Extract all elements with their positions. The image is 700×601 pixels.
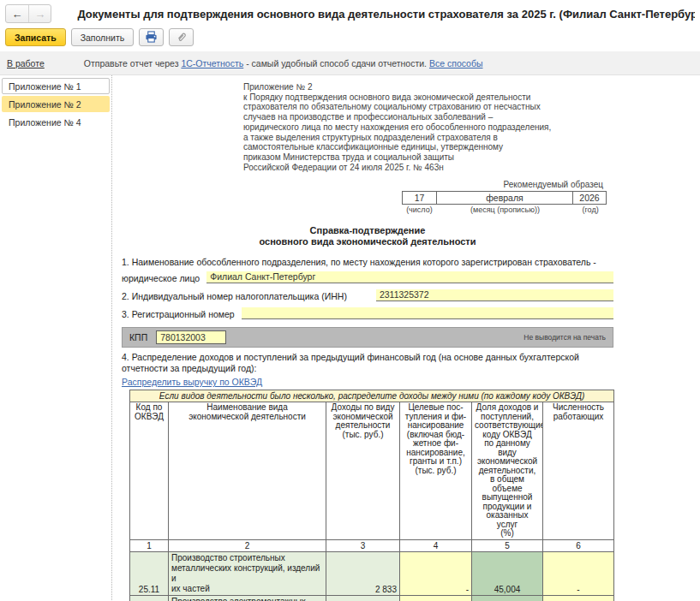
kpp-print-note: Не выводится на печать bbox=[524, 333, 606, 342]
row-target[interactable]: - bbox=[400, 551, 472, 595]
col-header-headcount: Численность работающих bbox=[543, 402, 614, 540]
table-row: x43.21 Производство электромонтажных раб… bbox=[130, 595, 614, 601]
col-number-3: 3 bbox=[326, 539, 400, 551]
section4-label: 4. Распределение доходов и поступлений з… bbox=[122, 352, 613, 374]
column-numbers-row: 1 2 3 4 5 6 bbox=[130, 539, 614, 551]
nav-button-group: ← → bbox=[5, 4, 51, 23]
col-number-6: 6 bbox=[543, 539, 614, 551]
page-title: Документы для подтверждения основного ви… bbox=[77, 8, 695, 21]
table-note: Если видов деятельности было несколько, … bbox=[130, 390, 614, 402]
col-header-target: Целевые пос- тупления и фи- нансирование… bbox=[400, 402, 472, 540]
printer-icon bbox=[145, 31, 158, 45]
table-header-row: Код по ОКВЭД Наименование вида экономиче… bbox=[130, 402, 614, 540]
col-header-activity: Наименование вида экономической деятельн… bbox=[169, 402, 326, 540]
date-month-field[interactable]: февраля bbox=[436, 191, 573, 205]
inn-field[interactable]: 2311325372 bbox=[376, 289, 613, 301]
date-month-label: (месяц (прописью)) bbox=[437, 205, 573, 214]
row-activity-name[interactable]: Производство электромонтажных работ bbox=[169, 595, 326, 601]
sidebar-item-annex-4[interactable]: Приложение № 4 bbox=[2, 114, 110, 130]
registration-number-field[interactable] bbox=[242, 307, 613, 319]
form-title-line2: основного вида экономической деятельност… bbox=[122, 236, 613, 247]
sidebar-item-annex-2[interactable]: Приложение № 2 bbox=[2, 96, 110, 112]
date-block: 17 февраля 2026 (число) (месяц (прописью… bbox=[402, 191, 607, 214]
back-icon[interactable]: ← bbox=[6, 5, 28, 22]
date-year-label: (год) bbox=[573, 205, 607, 214]
form-title: Справка-подтверждение основного вида эко… bbox=[122, 225, 613, 247]
kpp-bar: КПП 780132003 Не выводится на печать bbox=[122, 327, 613, 348]
date-day-label: (число) bbox=[402, 205, 437, 214]
1c-otchetnost-link[interactable]: 1С-Отчетность bbox=[181, 58, 243, 68]
row-share: 3,082 bbox=[472, 595, 543, 601]
subdivision-name-field[interactable]: Филиал Санкт-Петербург bbox=[206, 271, 613, 283]
row-income[interactable]: 194 bbox=[326, 595, 400, 601]
distribute-revenue-link[interactable]: Распределить выручку по ОКВЭД bbox=[122, 377, 262, 387]
col-number-5: 5 bbox=[472, 539, 543, 551]
row-income[interactable]: 2 833 bbox=[326, 551, 400, 595]
field1-label2: юридическое лицо bbox=[122, 273, 200, 283]
row-target[interactable]: - bbox=[400, 595, 472, 601]
sidebar: Приложение № 1 Приложение № 2 Приложение… bbox=[0, 75, 112, 600]
col-header-income: Доходы по виду экономической деятельност… bbox=[326, 402, 400, 540]
field2-label: 2. Индивидуальный номер налогоплательщик… bbox=[122, 291, 347, 301]
row-headcount[interactable]: - bbox=[543, 551, 614, 595]
print-button[interactable] bbox=[139, 28, 164, 46]
field1-label: 1. Наименование обособленного подразделе… bbox=[122, 257, 613, 267]
form-content: Приложение № 2 к Порядку подтверждения о… bbox=[122, 75, 613, 600]
okved-table-wrap: Если видов деятельности было несколько, … bbox=[129, 390, 613, 601]
paperclip-icon bbox=[176, 31, 188, 45]
save-button[interactable]: Записать bbox=[5, 28, 66, 46]
status-message-middle: - самый удобный способ сдачи отчетности. bbox=[243, 58, 429, 68]
col-header-share: Доля доходов и поступлений, соответствую… bbox=[472, 402, 543, 540]
col-number-1: 1 bbox=[130, 539, 169, 551]
recommended-sample-note: Рекомендуемый образец bbox=[122, 180, 613, 189]
status-state-link[interactable]: В работе bbox=[7, 58, 45, 68]
row-share: 45,004 bbox=[472, 551, 543, 595]
sidebar-item-annex-1[interactable]: Приложение № 1 bbox=[2, 78, 110, 94]
attach-button[interactable] bbox=[169, 28, 194, 46]
date-day-field[interactable]: 17 bbox=[402, 191, 437, 205]
annex-header-text: Приложение № 2 к Порядку подтверждения о… bbox=[243, 82, 607, 172]
row-headcount[interactable]: - bbox=[543, 595, 614, 601]
kpp-field[interactable]: 780132003 bbox=[156, 330, 226, 344]
all-methods-link[interactable]: Все способы bbox=[429, 58, 483, 68]
okved-table: Если видов деятельности было несколько, … bbox=[129, 390, 614, 601]
toolbar: Записать Заполнить bbox=[0, 26, 700, 49]
form-title-line1: Справка-подтверждение bbox=[122, 225, 613, 236]
main-area: Приложение № 1 Приложение № 2 Приложение… bbox=[0, 74, 700, 600]
field3-label: 3. Регистрационный номер bbox=[122, 309, 235, 319]
col-number-2: 2 bbox=[169, 539, 326, 551]
col-number-4: 4 bbox=[400, 539, 472, 551]
forward-icon[interactable]: → bbox=[28, 5, 51, 22]
row-activity-name[interactable]: Производство строительных металлических … bbox=[169, 551, 326, 595]
kpp-label: КПП bbox=[129, 332, 147, 342]
status-message: Отправьте отчет через 1С-Отчетность - са… bbox=[84, 58, 483, 68]
row-code[interactable]: 25.11 bbox=[139, 585, 159, 594]
fill-button[interactable]: Заполнить bbox=[71, 28, 135, 46]
status-message-prefix: Отправьте отчет через bbox=[84, 58, 182, 68]
title-bar: ← → Документы для подтверждения основног… bbox=[0, 0, 700, 26]
date-year-field[interactable]: 2026 bbox=[572, 191, 607, 205]
col-header-code: Код по ОКВЭД bbox=[130, 402, 169, 540]
table-row: x25.11 Производство строительных металли… bbox=[130, 551, 614, 595]
status-bar: В работе Отправьте отчет через 1С-Отчетн… bbox=[0, 51, 700, 74]
